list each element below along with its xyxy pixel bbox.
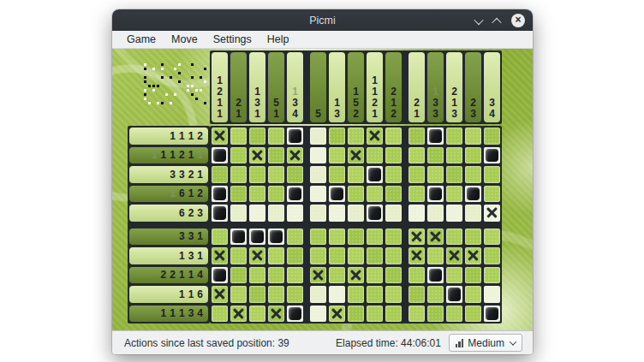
cell-r2-c8[interactable]	[348, 147, 364, 164]
cell-r1-c13[interactable]	[446, 128, 462, 145]
cell-r10-c12[interactable]	[427, 306, 444, 323]
cell-r2-c5[interactable]	[287, 147, 303, 164]
cell-r10-c13[interactable]	[446, 306, 462, 323]
difficulty-dropdown[interactable]: Medium	[449, 334, 522, 352]
cell-r2-c4[interactable]	[268, 147, 284, 164]
menu-item-settings[interactable]: Settings	[206, 32, 259, 47]
cell-r2-c2[interactable]	[230, 147, 247, 164]
cell-r7-c14[interactable]	[465, 247, 481, 264]
cell-r4-c12[interactable]	[427, 186, 444, 203]
cell-r10-c15[interactable]	[484, 306, 500, 323]
cell-r5-c15[interactable]	[484, 205, 500, 222]
cell-r9-c7[interactable]	[329, 286, 345, 303]
cell-r7-c3[interactable]	[249, 247, 265, 264]
cell-r10-c1[interactable]	[212, 306, 228, 323]
cell-r7-c9[interactable]	[367, 247, 383, 264]
cell-r8-c12[interactable]	[427, 267, 444, 284]
cell-r3-c7[interactable]	[329, 166, 345, 183]
cell-r4-c7[interactable]	[329, 186, 345, 203]
cell-r9-c2[interactable]	[230, 286, 247, 303]
cell-r5-c13[interactable]	[446, 205, 462, 222]
cell-r8-c8[interactable]	[348, 267, 364, 284]
maximize-button[interactable]	[493, 13, 500, 28]
cell-r6-c8[interactable]	[348, 228, 364, 246]
cell-r6-c12[interactable]	[427, 228, 444, 246]
cell-r6-c6[interactable]	[310, 228, 326, 246]
cell-r10-c4[interactable]	[268, 306, 284, 323]
cell-r8-c6[interactable]	[310, 267, 326, 284]
cell-r3-c9[interactable]	[367, 166, 383, 183]
cell-r7-c1[interactable]	[212, 247, 228, 264]
cell-r4-c5[interactable]	[287, 186, 303, 203]
cell-r2-c13[interactable]	[446, 147, 462, 164]
cell-r9-c15[interactable]	[484, 286, 500, 303]
cell-r3-c15[interactable]	[484, 166, 500, 183]
cell-r4-c6[interactable]	[310, 186, 326, 203]
cell-r1-c7[interactable]	[329, 128, 345, 145]
cell-r9-c14[interactable]	[465, 286, 481, 303]
cell-r6-c10[interactable]	[385, 228, 402, 246]
cell-r4-c3[interactable]	[249, 186, 265, 203]
cell-r9-c6[interactable]	[310, 286, 326, 303]
cell-r1-c3[interactable]	[249, 128, 265, 145]
cell-r2-c3[interactable]	[249, 147, 265, 164]
cell-r6-c14[interactable]	[465, 228, 481, 246]
cell-r9-c3[interactable]	[249, 286, 265, 303]
menu-item-move[interactable]: Move	[164, 32, 206, 47]
cell-r8-c3[interactable]	[249, 267, 265, 284]
cell-r9-c4[interactable]	[268, 286, 284, 303]
cell-r2-c14[interactable]	[465, 147, 481, 164]
cell-r3-c14[interactable]	[465, 166, 481, 183]
cell-r2-c11[interactable]	[408, 147, 425, 164]
cell-r9-c1[interactable]	[212, 286, 228, 303]
cell-r8-c14[interactable]	[465, 267, 481, 284]
cell-r1-c8[interactable]	[348, 128, 364, 145]
cell-r5-c14[interactable]	[465, 205, 481, 222]
cell-r5-c2[interactable]	[230, 205, 247, 222]
cell-r7-c10[interactable]	[385, 247, 402, 264]
cell-r2-c1[interactable]	[212, 147, 228, 164]
cell-r9-c9[interactable]	[367, 286, 383, 303]
cell-r9-c13[interactable]	[446, 286, 462, 303]
cell-r10-c7[interactable]	[329, 306, 345, 323]
cell-r5-c3[interactable]	[249, 205, 265, 222]
cell-r4-c1[interactable]	[212, 186, 228, 203]
cell-r7-c2[interactable]	[230, 247, 247, 264]
cell-r9-c12[interactable]	[427, 286, 444, 303]
cell-r3-c1[interactable]	[212, 166, 228, 183]
cell-r8-c7[interactable]	[329, 267, 345, 284]
cell-r8-c2[interactable]	[230, 267, 247, 284]
cell-r5-c5[interactable]	[287, 205, 303, 222]
cell-r8-c11[interactable]	[408, 267, 425, 284]
cell-r6-c1[interactable]	[212, 228, 228, 246]
cell-r1-c9[interactable]	[367, 128, 383, 145]
cell-r7-c8[interactable]	[348, 247, 364, 264]
cell-r6-c15[interactable]	[484, 228, 500, 246]
cell-r1-c2[interactable]	[230, 128, 247, 145]
cell-r10-c11[interactable]	[408, 306, 425, 323]
cell-r6-c13[interactable]	[446, 228, 462, 246]
cell-r8-c9[interactable]	[367, 267, 383, 284]
cell-r9-c10[interactable]	[385, 286, 402, 303]
title-bar[interactable]: Picmi ×	[112, 9, 533, 31]
cell-r7-c12[interactable]	[427, 247, 444, 264]
cell-r3-c4[interactable]	[268, 166, 284, 183]
cell-r8-c13[interactable]	[446, 267, 462, 284]
cell-r3-c3[interactable]	[249, 166, 265, 183]
cell-r1-c5[interactable]	[287, 128, 303, 145]
cell-r4-c2[interactable]	[230, 186, 247, 203]
cell-r3-c2[interactable]	[230, 166, 247, 183]
cell-r5-c4[interactable]	[268, 205, 284, 222]
cell-r8-c5[interactable]	[287, 267, 303, 284]
cell-r7-c15[interactable]	[484, 247, 500, 264]
cell-r5-c7[interactable]	[329, 205, 345, 222]
cell-r5-c8[interactable]	[348, 205, 364, 222]
cell-r5-c1[interactable]	[212, 205, 228, 222]
cell-r7-c4[interactable]	[268, 247, 284, 264]
cell-r9-c11[interactable]	[408, 286, 425, 303]
cell-r8-c1[interactable]	[212, 267, 228, 284]
cell-r7-c7[interactable]	[329, 247, 345, 264]
cell-r4-c15[interactable]	[484, 186, 500, 203]
cell-r10-c2[interactable]	[230, 306, 247, 323]
cell-r5-c9[interactable]	[367, 205, 383, 222]
